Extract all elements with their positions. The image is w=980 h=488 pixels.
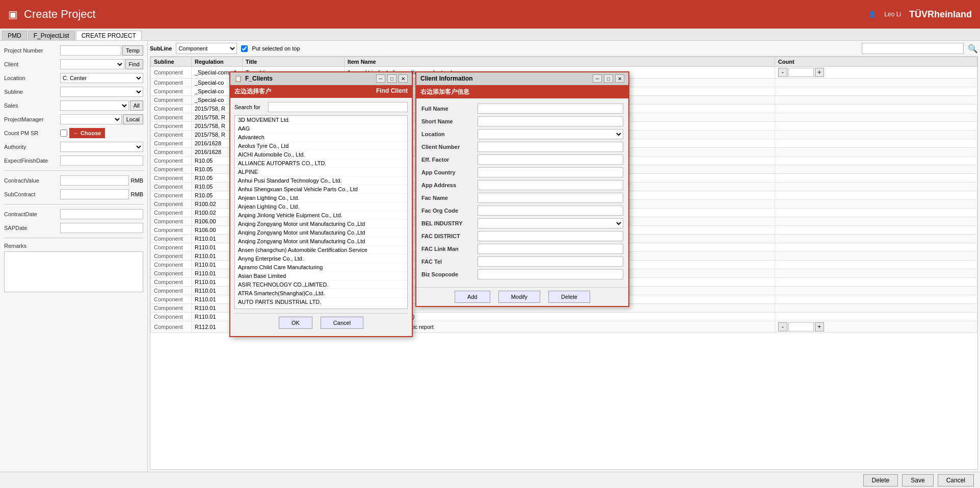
subline-bar-select[interactable]: Component (176, 43, 237, 54)
td-count (775, 269, 977, 278)
client-list-item[interactable]: Anjean Lighting Co., Ltd. (235, 194, 407, 202)
cancel-dialog-button[interactable]: Cancel (321, 317, 363, 329)
count-plus-btn[interactable]: + (815, 322, 824, 331)
project-number-input[interactable] (60, 45, 121, 56)
client-info-close[interactable]: ✕ (615, 74, 624, 83)
count-minus-btn[interactable]: - (778, 68, 787, 77)
remarks-textarea[interactable] (4, 251, 143, 292)
tab-projectlist[interactable]: F_ProjectList (28, 31, 75, 40)
ci-input-app-country[interactable] (478, 167, 623, 177)
ci-input-fac-tel[interactable] (478, 256, 623, 267)
ci-select-bel-industry[interactable] (478, 218, 623, 228)
client-select[interactable] (60, 59, 124, 69)
remarks-label: Remarks (4, 243, 27, 249)
tab-pmd[interactable]: PMD (2, 31, 27, 40)
ci-input-fac-name[interactable] (478, 193, 623, 203)
client-list-item[interactable]: Anqing Zongyang Motor unit Manufacturing… (235, 237, 407, 246)
client-list-item[interactable]: Anhui Pusi Standard Technology Co., Ltd. (235, 176, 407, 185)
client-list-item[interactable]: Anping Jinlong Vehicle Euipment Co., Ltd… (235, 211, 407, 220)
ci-row: FAC Link Man (421, 244, 623, 254)
rmb1-label: RMB (131, 177, 143, 184)
find-client-minimize[interactable]: ─ (376, 74, 385, 83)
subline-select[interactable] (60, 87, 143, 97)
client-list-item[interactable]: ASIR TECHNOLOGY CO.,LIMITED. (235, 280, 407, 289)
choose-button[interactable]: ← Choose (69, 128, 105, 138)
local-button[interactable]: Local (123, 114, 143, 124)
client-list-item[interactable]: AAG (235, 124, 407, 133)
find-button[interactable]: Find (125, 59, 143, 69)
ci-input-app-address[interactable] (478, 180, 623, 190)
count-minus-btn[interactable]: - (778, 322, 787, 331)
expect-finish-date-input[interactable] (60, 156, 143, 166)
find-client-maximize[interactable]: □ (387, 74, 396, 83)
count-input[interactable] (788, 68, 814, 77)
client-list[interactable]: 3D MOVEMENT Ltd.AAGAdvantechAeolus Tyre … (234, 115, 408, 309)
search-icon[interactable]: 🔍 (968, 44, 978, 54)
authority-select[interactable] (60, 142, 143, 152)
client-list-item[interactable]: Aeolus Tyre Co., Ltd (235, 142, 407, 150)
temp-button[interactable]: Temp (122, 45, 143, 56)
client-list-item[interactable]: AUTO PARTS INDUSTRIAL LTD. (235, 298, 407, 306)
client-list-item[interactable]: Anjean Lighting Co., Ltd. (235, 202, 407, 211)
location-select[interactable]: C. Center (60, 73, 143, 83)
divider2 (4, 204, 143, 204)
ci-input-eff.-factor[interactable] (478, 155, 623, 165)
all-button[interactable]: All (130, 100, 143, 111)
client-list-item[interactable]: Ansen (changchun) Automobile Certificati… (235, 246, 407, 254)
client-list-item[interactable]: ALLIANCE AUTOPARTS CO., LTD. (235, 159, 407, 168)
ci-input-full-name[interactable] (478, 104, 623, 114)
save-button[interactable]: Save (902, 474, 933, 486)
find-client-dialog[interactable]: 📋 F_Clients ─ □ ✕ 左边选择客户 Find Client Sea… (229, 71, 413, 337)
sub-contract-input[interactable] (60, 189, 129, 199)
contract-value-input[interactable] (60, 175, 129, 186)
modify-button[interactable]: Modify (498, 291, 540, 303)
client-list-item[interactable]: ALPINE (235, 168, 407, 176)
td-subline: Component (151, 157, 192, 165)
sales-label: Sales (4, 102, 60, 109)
search-input-top[interactable] (862, 43, 964, 54)
client-list-item[interactable]: Autoliv (Changchun) Vehicle Safety Syste… (235, 306, 407, 309)
td-subline: Component (151, 226, 192, 235)
delete-button[interactable]: Delete (863, 474, 898, 486)
client-list-item[interactable]: Anqing Zongyang Motor unit Manufacturing… (235, 228, 407, 237)
ci-input-fac-district[interactable] (478, 231, 623, 241)
client-list-item[interactable]: Apramo Child Care Manufacturing (235, 263, 407, 272)
project-manager-select[interactable] (60, 114, 122, 124)
sap-date-input[interactable] (60, 223, 143, 233)
add-button[interactable]: Add (455, 291, 490, 303)
ci-row: FAC Tel (421, 256, 623, 267)
td-subline: Component (151, 217, 192, 226)
ci-input-fac-link-man[interactable] (478, 244, 623, 254)
count-pm-sr-checkbox[interactable] (60, 130, 67, 137)
client-list-item[interactable]: Asian Base Limited (235, 272, 407, 280)
put-selected-checkbox[interactable] (241, 45, 248, 52)
client-list-item[interactable]: Anyng Enterprise Co., Ltd. (235, 254, 407, 263)
ci-input-fac-org-code[interactable] (478, 206, 623, 216)
ci-input-short-name[interactable] (478, 116, 623, 126)
count-input[interactable] (788, 322, 814, 331)
count-plus-btn[interactable]: + (815, 68, 824, 77)
client-info-maximize[interactable]: □ (604, 74, 613, 83)
contract-date-input[interactable] (60, 209, 143, 219)
client-list-item[interactable]: AICHI Automobile Co., Ltd. (235, 150, 407, 159)
ci-input-biz-scopcode[interactable] (478, 269, 623, 279)
client-list-item[interactable]: Anqing Zongyang Motor unit Manufacturing… (235, 220, 407, 228)
td-count (775, 200, 977, 209)
find-client-close[interactable]: ✕ (399, 74, 408, 83)
delete-ci-button[interactable]: Delete (548, 291, 590, 303)
ci-select-location[interactable] (478, 129, 623, 139)
client-info-minimize[interactable]: ─ (593, 74, 602, 83)
client-info-dialog[interactable]: Client Information ─ □ ✕ 右边添加客户信息 Full N… (415, 71, 629, 307)
ci-input-client-number[interactable] (478, 142, 623, 152)
authority-row: Authority (4, 141, 143, 152)
client-list-item[interactable]: ATRA Smartech(Shanghai)Co.,Ltd. (235, 289, 407, 298)
td-subline: Component (151, 96, 192, 105)
client-list-item[interactable]: Advantech (235, 133, 407, 142)
ok-button[interactable]: OK (279, 317, 312, 329)
sales-select[interactable] (60, 100, 129, 111)
cancel-button[interactable]: Cancel (938, 474, 974, 486)
tab-createproject[interactable]: CREATE PROJECT (76, 31, 142, 40)
client-list-item[interactable]: 3D MOVEMENT Ltd. (235, 116, 407, 124)
client-list-item[interactable]: Anhui Shengxuan Special Vehicle Parts Co… (235, 185, 407, 194)
search-for-input[interactable] (268, 102, 408, 112)
